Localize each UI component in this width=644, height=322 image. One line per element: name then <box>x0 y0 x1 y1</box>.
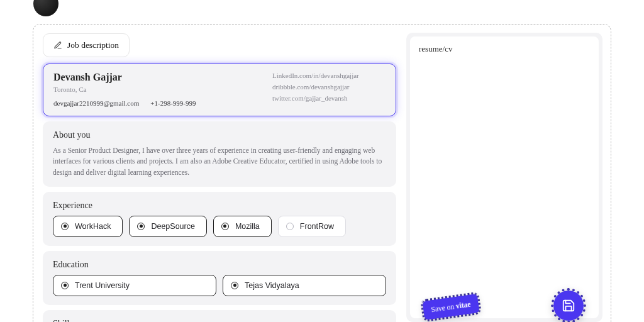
link-dribbble: dribbble.com/devanshgajjar <box>272 83 350 91</box>
identity-card[interactable]: Devansh Gajjar Toronto, Ca devgajjar2210… <box>43 64 396 116</box>
chip-label: WorkHack <box>75 222 111 231</box>
experience-chip[interactable]: FrontRow <box>278 216 346 237</box>
job-description-button[interactable]: Job description <box>43 33 130 57</box>
link-twitter: twitter.com/gajjar_devansh <box>272 94 347 102</box>
identity-links: LinkedIn.com/in/devanshgajjar dribbble.c… <box>272 72 386 107</box>
save-on-brand: vitae <box>455 301 471 310</box>
education-chip[interactable]: Trent University <box>53 275 216 296</box>
link-linkedin: LinkedIn.com/in/devanshgajjar <box>272 72 359 79</box>
education-title: Education <box>53 260 386 270</box>
identity-name: Devansh Gajjar <box>53 72 262 83</box>
education-chips: Trent University Tejas Vidyalaya <box>53 275 386 296</box>
experience-chip[interactable]: WorkHack <box>53 216 123 237</box>
preview-heading: resume/cv <box>419 44 590 54</box>
about-card[interactable]: About you As a Senior Product Designer, … <box>43 121 396 187</box>
radio-icon <box>286 223 294 230</box>
identity-contact: devgajjar2210999@gmail.com +1-298-999-99… <box>53 99 262 107</box>
experience-chips: WorkHack DeepSource Mozilla FrontRow <box>53 216 386 237</box>
chip-label: Tejas Vidyalaya <box>245 281 299 290</box>
save-fab[interactable] <box>553 291 584 321</box>
education-card[interactable]: Education Trent University Tejas Vidyala… <box>43 251 396 305</box>
identity-email: devgajjar2210999@gmail.com <box>53 99 139 107</box>
education-chip[interactable]: Tejas Vidyalaya <box>223 275 386 296</box>
radio-icon <box>221 223 229 230</box>
chip-label: FrontRow <box>300 222 334 231</box>
identity-left: Devansh Gajjar Toronto, Ca devgajjar2210… <box>53 72 262 107</box>
editor-column: Devansh Gajjar Toronto, Ca devgajjar2210… <box>43 64 396 322</box>
identity-phone: +1-298-999-999 <box>150 99 196 107</box>
avatar <box>33 0 58 16</box>
radio-icon <box>137 223 145 230</box>
identity-city: Toronto, Ca <box>53 86 262 93</box>
experience-chip[interactable]: Mozilla <box>213 216 272 237</box>
pencil-icon <box>53 41 62 50</box>
save-on-text: Save on <box>431 303 455 313</box>
about-title: About you <box>53 130 386 140</box>
job-description-label: Job description <box>67 40 119 50</box>
about-body: As a Senior Product Designer, I have ove… <box>53 145 386 178</box>
preview-document: resume/cv <box>410 36 599 318</box>
skills-card[interactable]: Skills <box>43 310 396 322</box>
builder-panel: Job description Resume Cover letter Deva… <box>33 24 611 322</box>
experience-card[interactable]: Experience WorkHack DeepSource Mozilla <box>43 192 396 246</box>
radio-icon <box>61 282 69 289</box>
chip-label: Mozilla <box>235 222 260 231</box>
radio-icon <box>231 282 238 289</box>
preview-pane: resume/cv <box>406 33 602 322</box>
save-icon <box>562 299 575 313</box>
skills-title: Skills <box>53 319 386 322</box>
experience-chip[interactable]: DeepSource <box>129 216 207 237</box>
chip-label: Trent University <box>75 281 130 290</box>
experience-title: Experience <box>53 201 386 211</box>
radio-icon <box>61 223 69 230</box>
chip-label: DeepSource <box>151 222 195 231</box>
